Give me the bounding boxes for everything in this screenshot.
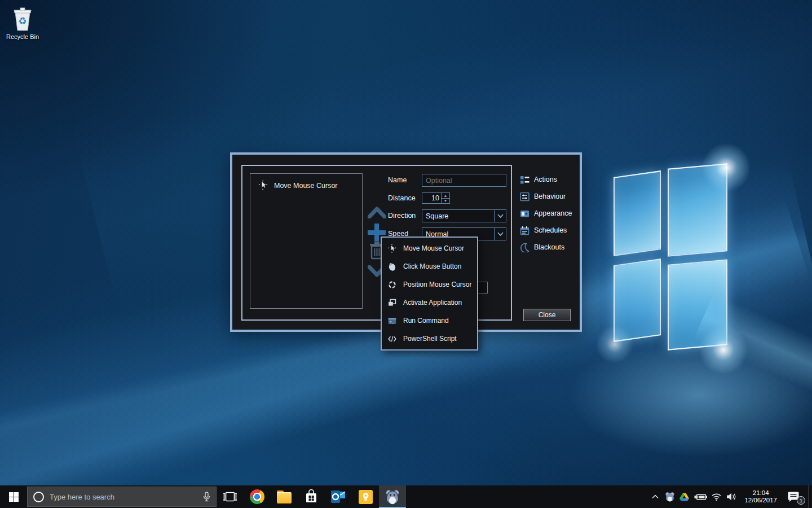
distance-stepper[interactable]: 10 ▲ ▼: [422, 192, 450, 204]
stepper-buttons[interactable]: ▲ ▼: [441, 193, 449, 203]
menu-item-activate-application[interactable]: Activate Application: [382, 294, 477, 312]
chevron-up-icon: [652, 494, 659, 499]
menu-item-label: Activate Application: [403, 299, 462, 306]
outlook-icon: [331, 490, 346, 503]
cortana-icon[interactable]: [33, 492, 44, 502]
move-up-button[interactable]: [368, 207, 386, 218]
menu-item-label: Move Mouse Cursor: [403, 244, 464, 252]
nav-label: Appearance: [534, 209, 572, 217]
nav-label: Behaviour: [534, 192, 566, 200]
nav-label: Blackouts: [534, 243, 564, 251]
speaker-icon: [726, 492, 736, 501]
menu-item-label: Click Mouse Button: [403, 262, 461, 270]
list-item[interactable]: Move Mouse Cursor: [250, 174, 362, 196]
microphone-icon[interactable]: [203, 492, 210, 502]
move-mouse-cursor-icon: [258, 180, 268, 191]
lens-flare: [701, 142, 752, 193]
menu-item-move-mouse-cursor[interactable]: Move Mouse Cursor: [382, 239, 477, 257]
recycle-bin-label: Recycle Bin: [2, 33, 43, 40]
chevron-down-icon[interactable]: [494, 210, 506, 222]
stepper-down-icon[interactable]: ▼: [442, 199, 449, 204]
appearance-icon: [520, 209, 529, 218]
move-mouse-tray-icon: [665, 492, 675, 502]
taskbar-clock[interactable]: 21:04 12/06/2017: [740, 489, 781, 504]
move-mouse-app-button[interactable]: [379, 485, 406, 508]
tray-wifi-button[interactable]: [711, 493, 722, 501]
outlook-button[interactable]: [325, 485, 352, 508]
move-mouse-app-icon: [385, 489, 400, 505]
blackouts-icon: [520, 243, 529, 252]
app-nav: Actions Behaviour Appearance: [520, 171, 581, 256]
nav-item-actions[interactable]: Actions: [520, 171, 581, 188]
tray-move-mouse-button[interactable]: [664, 492, 675, 502]
schedules-icon: [520, 226, 529, 235]
chevron-down-icon[interactable]: [494, 228, 506, 240]
task-view-button[interactable]: [217, 485, 244, 508]
nav-item-appearance[interactable]: Appearance: [520, 205, 581, 222]
activate-application-icon: [387, 298, 397, 308]
behaviour-icon: [520, 192, 529, 202]
position-mouse-cursor-icon: [387, 280, 397, 290]
nav-label: Actions: [534, 176, 557, 183]
chrome-icon: [250, 489, 264, 504]
direction-label: Direction: [388, 212, 416, 220]
taskbar-apps: [217, 485, 406, 508]
recycle-bin-icon: ♻: [11, 6, 34, 32]
file-explorer-button[interactable]: [271, 485, 298, 508]
lens-flare: [698, 325, 749, 375]
microsoft-store-button[interactable]: [298, 485, 325, 508]
option-checkbox[interactable]: [476, 282, 488, 294]
tray-google-drive-button[interactable]: [679, 493, 690, 501]
distance-label: Distance: [388, 194, 416, 202]
nav-label: Schedules: [534, 226, 567, 234]
battery-charging-icon: [694, 493, 707, 501]
task-view-icon: [223, 492, 237, 502]
clock-date: 12/06/2017: [744, 497, 777, 504]
tray-battery-button[interactable]: [694, 493, 707, 501]
menu-item-click-mouse-button[interactable]: Click Mouse Button: [382, 257, 477, 275]
recycle-bin-shortcut[interactable]: ♻ Recycle Bin: [2, 6, 43, 40]
microsoft-store-icon: [304, 489, 318, 504]
chrome-button[interactable]: [244, 485, 271, 508]
notification-badge: 1: [797, 496, 805, 505]
clock-time: 21:04: [744, 489, 777, 497]
name-label: Name: [388, 176, 407, 184]
nav-item-behaviour[interactable]: Behaviour: [520, 188, 581, 205]
taskbar: 21:04 12/06/2017 1: [0, 485, 812, 508]
menu-item-label: Position Mouse Cursor: [403, 281, 471, 288]
click-mouse-button-icon: [387, 262, 397, 271]
menu-item-powershell-script[interactable]: PowerShell Script: [382, 330, 477, 348]
system-tray: 21:04 12/06/2017 1: [650, 485, 812, 508]
menu-item-run-command[interactable]: >_ Run Command: [382, 312, 477, 330]
distance-value: 10: [422, 193, 441, 203]
name-input[interactable]: [422, 174, 506, 187]
search-input[interactable]: [50, 493, 197, 501]
start-button[interactable]: [0, 485, 27, 508]
close-button[interactable]: Close: [523, 309, 571, 321]
tray-expand-button[interactable]: [650, 494, 660, 499]
svg-text:>_: >_: [390, 319, 394, 323]
menu-item-label: Run Command: [403, 317, 449, 325]
stepper-up-icon[interactable]: ▲: [442, 193, 449, 199]
svg-text:♻: ♻: [18, 16, 27, 27]
google-keep-button[interactable]: [352, 485, 379, 508]
tray-volume-button[interactable]: [726, 492, 736, 501]
run-command-icon: >_: [387, 316, 397, 326]
menu-item-position-mouse-cursor[interactable]: Position Mouse Cursor: [382, 275, 477, 294]
nav-item-schedules[interactable]: Schedules: [520, 222, 581, 239]
nav-item-blackouts[interactable]: Blackouts: [520, 239, 581, 256]
file-explorer-icon: [277, 492, 292, 503]
list-item-label: Move Mouse Cursor: [274, 182, 338, 190]
direction-select[interactable]: Square: [422, 209, 506, 222]
actions-listbox[interactable]: Move Mouse Cursor: [250, 173, 363, 309]
menu-item-label: PowerShell Script: [403, 335, 457, 343]
add-action-menu: Move Mouse Cursor Click Mouse Button Pos…: [381, 237, 478, 351]
actions-icon: [520, 175, 529, 185]
wifi-icon: [712, 493, 721, 501]
show-desktop-divider[interactable]: [808, 485, 809, 508]
action-center-button[interactable]: 1: [785, 491, 802, 502]
google-drive-icon: [679, 493, 689, 501]
taskbar-search[interactable]: [27, 487, 217, 507]
direction-value: Square: [422, 212, 494, 220]
windows-start-icon: [9, 492, 19, 502]
